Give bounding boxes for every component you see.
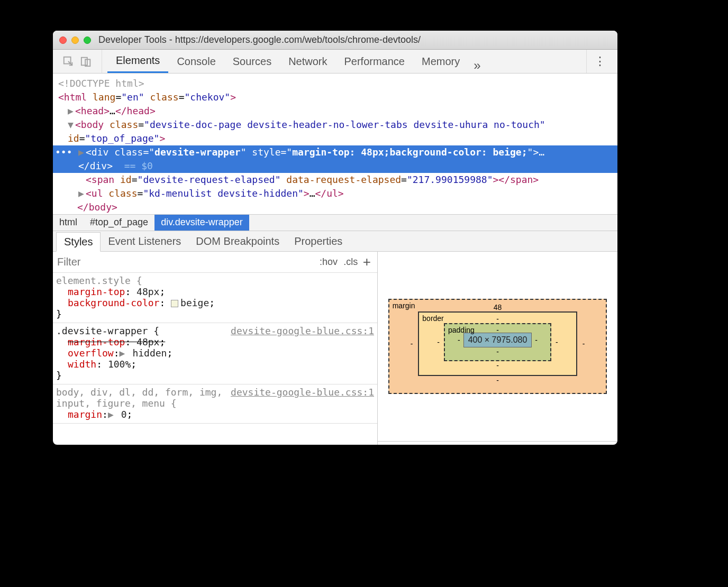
html-node[interactable]: <html lang="en" class="chekov">	[58, 90, 612, 104]
margin-label: margin	[393, 301, 415, 310]
traffic-lights	[59, 36, 91, 44]
crumb-selected[interactable]: div.devsite-wrapper	[154, 215, 249, 231]
more-tabs-icon[interactable]: »	[468, 58, 486, 73]
body-close-node[interactable]: </body>	[58, 200, 612, 214]
computed-filter-bar: Filter ✓ Show all	[378, 441, 617, 445]
selector-text: element.style {	[56, 275, 374, 286]
kebab-menu-icon[interactable]: ⋮	[586, 50, 613, 73]
lower-panels: :hov .cls + element.style { margin-top: …	[53, 252, 617, 445]
box-model[interactable]: margin 48 - border - - padding -	[378, 252, 617, 441]
tab-network[interactable]: Network	[280, 50, 335, 73]
span-node[interactable]: <span id="devsite-request-elapsed" data-…	[58, 173, 612, 187]
ul-node[interactable]: ▶<ul class="kd-menulist devsite-hidden">…	[58, 187, 612, 200]
selected-node[interactable]: •••▶<div class="devsite-wrapper" style="…	[53, 145, 617, 173]
close-icon[interactable]	[59, 36, 67, 44]
svg-rect-1	[81, 58, 87, 66]
content-size[interactable]: 400 × 7975.080	[463, 333, 532, 347]
subtab-styles[interactable]: Styles	[56, 232, 101, 252]
rule-element-style[interactable]: element.style { margin-top: 48px; backgr…	[53, 273, 377, 323]
source-link[interactable]: devsite-google-blue.css:1	[231, 387, 374, 398]
crumb-html[interactable]: html	[53, 215, 84, 231]
padding-label: padding	[448, 326, 475, 334]
tab-memory[interactable]: Memory	[413, 50, 468, 73]
subtab-dom-breakpoints[interactable]: DOM Breakpoints	[188, 232, 287, 251]
styles-filter-bar: :hov .cls +	[53, 252, 377, 273]
tab-performance[interactable]: Performance	[336, 50, 414, 73]
color-swatch-icon[interactable]	[171, 300, 178, 307]
minimize-icon[interactable]	[71, 36, 79, 44]
margin-top-value[interactable]: 48	[411, 303, 585, 311]
subtab-event-listeners[interactable]: Event Listeners	[101, 232, 188, 251]
devtools-window: Developer Tools - https://developers.goo…	[53, 31, 617, 445]
breadcrumb: html #top_of_page div.devsite-wrapper	[53, 214, 617, 231]
source-link[interactable]: devsite-google-blue.css:1	[231, 325, 374, 336]
dom-tree[interactable]: <!DOCTYPE html> <html lang="en" class="c…	[53, 74, 617, 214]
device-toggle-icon[interactable]	[80, 56, 92, 67]
styles-panel: :hov .cls + element.style { margin-top: …	[53, 252, 378, 445]
styles-rules[interactable]: element.style { margin-top: 48px; backgr…	[53, 273, 377, 424]
new-rule-icon[interactable]: +	[361, 254, 373, 270]
styles-subtabs: Styles Event Listeners DOM Breakpoints P…	[53, 231, 617, 252]
tab-sources[interactable]: Sources	[224, 50, 280, 73]
body-node[interactable]: ▼<body class="devsite-doc-page devsite-h…	[58, 118, 612, 132]
tab-console[interactable]: Console	[168, 50, 224, 73]
showall-label[interactable]: Show all	[572, 444, 612, 445]
dollar-zero: == $0	[124, 160, 153, 171]
window-title: Developer Tools - https://developers.goo…	[98, 34, 421, 45]
zoom-icon[interactable]	[84, 36, 91, 44]
main-toolbar: Elements Console Sources Network Perform…	[53, 50, 617, 74]
showall-checkbox[interactable]: ✓	[558, 445, 569, 445]
subtab-properties[interactable]: Properties	[287, 232, 350, 251]
styles-filter-input[interactable]	[57, 256, 320, 268]
cls-toggle[interactable]: .cls	[343, 256, 358, 268]
titlebar: Developer Tools - https://developers.goo…	[53, 31, 617, 50]
crumb-body[interactable]: #top_of_page	[84, 215, 154, 231]
body-node-cont: id="top_of_page">	[58, 132, 612, 145]
panel-tabs: Elements Console Sources Network Perform…	[102, 50, 586, 73]
tab-elements[interactable]: Elements	[107, 50, 168, 73]
computed-panel: margin 48 - border - - padding -	[378, 252, 617, 445]
inspect-icon[interactable]	[62, 56, 74, 67]
border-label: border	[422, 314, 443, 323]
rule-devsite-wrapper[interactable]: devsite-google-blue.css:1 .devsite-wrapp…	[53, 323, 377, 384]
hov-toggle[interactable]: :hov	[320, 256, 338, 268]
doctype-node[interactable]: <!DOCTYPE html>	[58, 77, 612, 90]
rule-body-etc[interactable]: devsite-google-blue.css:1 body, div, dl,…	[53, 384, 377, 424]
head-node[interactable]: ▶<head>…</head>	[58, 104, 612, 118]
computed-filter-label[interactable]: Filter	[383, 444, 558, 445]
